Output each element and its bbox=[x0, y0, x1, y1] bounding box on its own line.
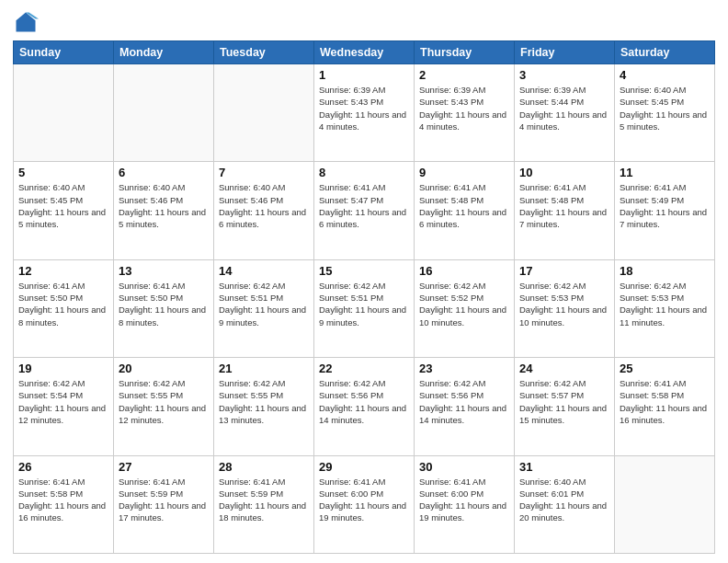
calendar-cell: 7Sunrise: 6:40 AMSunset: 5:46 PMDaylight… bbox=[214, 162, 314, 259]
calendar-cell bbox=[14, 64, 114, 162]
day-number: 4 bbox=[620, 68, 710, 82]
day-number: 13 bbox=[119, 264, 209, 278]
calendar-cell: 15Sunrise: 6:42 AMSunset: 5:51 PMDayligh… bbox=[314, 259, 415, 357]
day-number: 29 bbox=[319, 460, 409, 474]
day-info: Sunrise: 6:40 AMSunset: 5:45 PMDaylight:… bbox=[18, 181, 108, 230]
day-info: Sunrise: 6:41 AMSunset: 5:59 PMDaylight:… bbox=[119, 476, 209, 524]
day-number: 16 bbox=[419, 264, 509, 278]
week-row-1: 1Sunrise: 6:39 AMSunset: 5:43 PMDaylight… bbox=[14, 64, 715, 162]
weekday-header-tuesday: Tuesday bbox=[214, 41, 314, 64]
calendar-cell: 28Sunrise: 6:41 AMSunset: 5:59 PMDayligh… bbox=[214, 455, 314, 553]
day-number: 5 bbox=[18, 166, 108, 179]
calendar-cell: 31Sunrise: 6:40 AMSunset: 6:01 PMDayligh… bbox=[515, 455, 615, 553]
day-number: 28 bbox=[219, 460, 309, 474]
day-number: 27 bbox=[119, 460, 209, 474]
calendar-cell: 20Sunrise: 6:42 AMSunset: 5:55 PMDayligh… bbox=[114, 358, 214, 455]
day-info: Sunrise: 6:41 AMSunset: 5:48 PMDaylight:… bbox=[519, 181, 609, 230]
calendar-cell: 27Sunrise: 6:41 AMSunset: 5:59 PMDayligh… bbox=[114, 455, 214, 553]
day-number: 8 bbox=[319, 166, 409, 179]
day-number: 24 bbox=[519, 362, 609, 375]
day-info: Sunrise: 6:42 AMSunset: 5:55 PMDaylight:… bbox=[219, 377, 309, 426]
day-info: Sunrise: 6:41 AMSunset: 5:59 PMDaylight:… bbox=[219, 476, 309, 524]
day-number: 20 bbox=[119, 362, 209, 375]
calendar-cell: 5Sunrise: 6:40 AMSunset: 5:45 PMDaylight… bbox=[14, 162, 114, 259]
calendar-cell: 25Sunrise: 6:41 AMSunset: 5:58 PMDayligh… bbox=[615, 358, 715, 455]
day-info: Sunrise: 6:42 AMSunset: 5:54 PMDaylight:… bbox=[18, 377, 108, 426]
weekday-header-wednesday: Wednesday bbox=[314, 41, 415, 64]
day-number: 25 bbox=[620, 362, 710, 375]
weekday-header-friday: Friday bbox=[515, 41, 615, 64]
calendar-cell: 2Sunrise: 6:39 AMSunset: 5:43 PMDaylight… bbox=[415, 64, 515, 162]
day-number: 1 bbox=[319, 68, 409, 82]
calendar-cell: 9Sunrise: 6:41 AMSunset: 5:48 PMDaylight… bbox=[415, 162, 515, 259]
calendar-cell: 16Sunrise: 6:42 AMSunset: 5:52 PMDayligh… bbox=[415, 259, 515, 357]
day-info: Sunrise: 6:42 AMSunset: 5:55 PMDaylight:… bbox=[119, 377, 209, 426]
day-number: 2 bbox=[419, 68, 509, 82]
week-row-4: 19Sunrise: 6:42 AMSunset: 5:54 PMDayligh… bbox=[14, 358, 715, 455]
calendar-cell: 19Sunrise: 6:42 AMSunset: 5:54 PMDayligh… bbox=[14, 358, 114, 455]
calendar-cell: 30Sunrise: 6:41 AMSunset: 6:00 PMDayligh… bbox=[415, 455, 515, 553]
calendar-cell: 18Sunrise: 6:42 AMSunset: 5:53 PMDayligh… bbox=[615, 259, 715, 357]
calendar-cell: 1Sunrise: 6:39 AMSunset: 5:43 PMDaylight… bbox=[314, 64, 415, 162]
day-number: 11 bbox=[620, 166, 710, 179]
weekday-header-row: SundayMondayTuesdayWednesdayThursdayFrid… bbox=[14, 41, 715, 64]
day-info: Sunrise: 6:39 AMSunset: 5:44 PMDaylight:… bbox=[519, 84, 609, 132]
week-row-5: 26Sunrise: 6:41 AMSunset: 5:58 PMDayligh… bbox=[14, 455, 715, 553]
calendar-cell bbox=[615, 455, 715, 553]
calendar-cell: 14Sunrise: 6:42 AMSunset: 5:51 PMDayligh… bbox=[214, 259, 314, 357]
day-number: 23 bbox=[419, 362, 509, 375]
day-number: 9 bbox=[419, 166, 509, 179]
day-info: Sunrise: 6:39 AMSunset: 5:43 PMDaylight:… bbox=[419, 84, 509, 132]
day-number: 21 bbox=[219, 362, 309, 375]
day-info: Sunrise: 6:42 AMSunset: 5:51 PMDaylight:… bbox=[319, 280, 409, 328]
day-number: 6 bbox=[119, 166, 209, 179]
logo bbox=[13, 9, 42, 35]
calendar-cell: 17Sunrise: 6:42 AMSunset: 5:53 PMDayligh… bbox=[515, 259, 615, 357]
calendar-cell: 4Sunrise: 6:40 AMSunset: 5:45 PMDaylight… bbox=[615, 64, 715, 162]
day-info: Sunrise: 6:40 AMSunset: 5:45 PMDaylight:… bbox=[620, 84, 710, 132]
weekday-header-thursday: Thursday bbox=[415, 41, 515, 64]
calendar-cell: 11Sunrise: 6:41 AMSunset: 5:49 PMDayligh… bbox=[615, 162, 715, 259]
day-info: Sunrise: 6:41 AMSunset: 5:58 PMDaylight:… bbox=[18, 476, 108, 524]
day-number: 30 bbox=[419, 460, 509, 474]
week-row-3: 12Sunrise: 6:41 AMSunset: 5:50 PMDayligh… bbox=[14, 259, 715, 357]
day-number: 15 bbox=[319, 264, 409, 278]
day-number: 19 bbox=[18, 362, 108, 375]
day-info: Sunrise: 6:42 AMSunset: 5:53 PMDaylight:… bbox=[519, 280, 609, 328]
page: SundayMondayTuesdayWednesdayThursdayFrid… bbox=[0, 0, 728, 563]
day-info: Sunrise: 6:41 AMSunset: 6:00 PMDaylight:… bbox=[419, 476, 509, 524]
logo-icon bbox=[13, 9, 39, 35]
day-info: Sunrise: 6:42 AMSunset: 5:53 PMDaylight:… bbox=[620, 280, 710, 328]
day-info: Sunrise: 6:40 AMSunset: 6:01 PMDaylight:… bbox=[519, 476, 609, 524]
day-info: Sunrise: 6:41 AMSunset: 5:50 PMDaylight:… bbox=[119, 280, 209, 328]
calendar-cell bbox=[214, 64, 314, 162]
weekday-header-saturday: Saturday bbox=[615, 41, 715, 64]
calendar-cell: 23Sunrise: 6:42 AMSunset: 5:56 PMDayligh… bbox=[415, 358, 515, 455]
day-number: 22 bbox=[319, 362, 409, 375]
day-number: 26 bbox=[18, 460, 108, 474]
calendar-cell: 26Sunrise: 6:41 AMSunset: 5:58 PMDayligh… bbox=[14, 455, 114, 553]
calendar-cell: 29Sunrise: 6:41 AMSunset: 6:00 PMDayligh… bbox=[314, 455, 415, 553]
calendar-cell bbox=[114, 64, 214, 162]
day-info: Sunrise: 6:42 AMSunset: 5:56 PMDaylight:… bbox=[319, 377, 409, 426]
calendar-cell: 10Sunrise: 6:41 AMSunset: 5:48 PMDayligh… bbox=[515, 162, 615, 259]
day-info: Sunrise: 6:42 AMSunset: 5:52 PMDaylight:… bbox=[419, 280, 509, 328]
day-info: Sunrise: 6:41 AMSunset: 5:50 PMDaylight:… bbox=[18, 280, 108, 328]
calendar-cell: 13Sunrise: 6:41 AMSunset: 5:50 PMDayligh… bbox=[114, 259, 214, 357]
day-info: Sunrise: 6:41 AMSunset: 5:48 PMDaylight:… bbox=[419, 181, 509, 230]
day-number: 3 bbox=[519, 68, 609, 82]
day-info: Sunrise: 6:40 AMSunset: 5:46 PMDaylight:… bbox=[119, 181, 209, 230]
weekday-header-monday: Monday bbox=[114, 41, 214, 64]
day-info: Sunrise: 6:42 AMSunset: 5:51 PMDaylight:… bbox=[219, 280, 309, 328]
day-number: 17 bbox=[519, 264, 609, 278]
calendar-cell: 12Sunrise: 6:41 AMSunset: 5:50 PMDayligh… bbox=[14, 259, 114, 357]
weekday-header-sunday: Sunday bbox=[14, 41, 114, 64]
calendar-cell: 24Sunrise: 6:42 AMSunset: 5:57 PMDayligh… bbox=[515, 358, 615, 455]
day-info: Sunrise: 6:42 AMSunset: 5:56 PMDaylight:… bbox=[419, 377, 509, 426]
day-info: Sunrise: 6:41 AMSunset: 6:00 PMDaylight:… bbox=[319, 476, 409, 524]
week-row-2: 5Sunrise: 6:40 AMSunset: 5:45 PMDaylight… bbox=[14, 162, 715, 259]
day-info: Sunrise: 6:41 AMSunset: 5:58 PMDaylight:… bbox=[620, 377, 710, 426]
day-info: Sunrise: 6:39 AMSunset: 5:43 PMDaylight:… bbox=[319, 84, 409, 132]
day-number: 31 bbox=[519, 460, 609, 474]
header bbox=[13, 9, 715, 35]
